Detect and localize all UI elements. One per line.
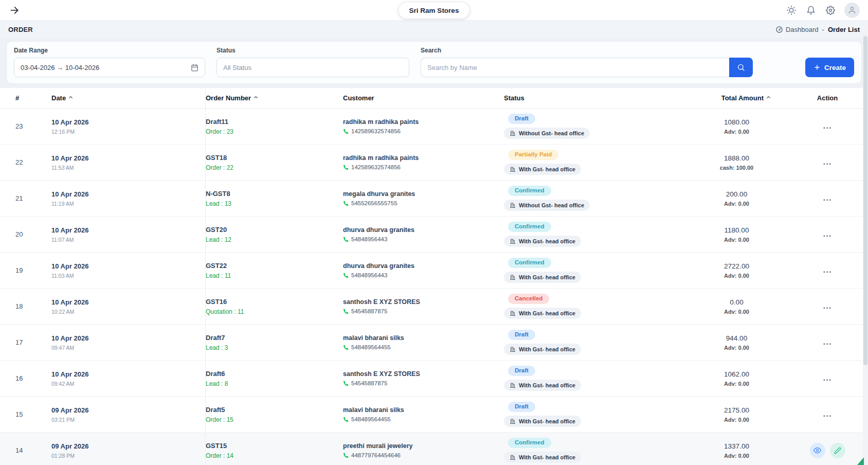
table-row[interactable]: 17 10 Apr 2026 09:47 AM Draft7 Lead : 3 … bbox=[0, 325, 868, 361]
gst-branch-label: With Gst- head office bbox=[519, 382, 575, 388]
profile-avatar[interactable] bbox=[844, 3, 860, 18]
table-row[interactable]: 18 10 Apr 2026 10:22 AM GST16 Quotation … bbox=[0, 289, 868, 325]
customer-phone: 54848956443 bbox=[351, 272, 387, 278]
order-reference: Lead : 3 bbox=[206, 344, 343, 351]
order-number: Draft5 bbox=[206, 406, 343, 414]
row-action-buttons bbox=[810, 443, 845, 458]
col-header-total-amount[interactable]: Total Amount bbox=[681, 88, 792, 108]
advance-amount: Adv: 0.00 bbox=[724, 417, 749, 423]
sort-chevron-up-icon[interactable] bbox=[68, 95, 74, 100]
row-actions-menu-icon[interactable]: ... bbox=[821, 409, 834, 419]
row-number: 19 bbox=[8, 253, 51, 288]
action-cell: ... bbox=[792, 433, 863, 465]
store-name-pill[interactable]: Sri Ram Stores bbox=[399, 3, 469, 19]
date-range-value: 03-04-2026 → 10-04-2026 bbox=[21, 64, 99, 71]
table-row[interactable]: 22 10 Apr 2026 11:53 AM GST18 Order : 22… bbox=[0, 145, 868, 181]
theme-sun-icon[interactable] bbox=[786, 5, 797, 16]
table-row[interactable]: 19 10 Apr 2026 11:03 AM GST22 Lead : 11 … bbox=[0, 253, 868, 289]
table-row[interactable]: 21 10 Apr 2026 11:19 AM N-GST8 Lead : 13… bbox=[0, 181, 868, 217]
view-eye-icon[interactable] bbox=[810, 443, 825, 458]
mouse-cursor bbox=[857, 457, 864, 465]
table-row[interactable]: 16 10 Apr 2026 09:42 AM Draft6 Lead : 8 … bbox=[0, 361, 868, 397]
status-select[interactable]: All Status bbox=[216, 58, 409, 77]
status-cell: Draft With Gst- head office bbox=[504, 361, 681, 396]
customer-phone: 548489564455 bbox=[351, 344, 391, 350]
table-row[interactable]: 23 10 Apr 2026 12:16 PM Draft11 Order : … bbox=[0, 109, 868, 145]
scrollbar-thumb[interactable] bbox=[863, 36, 867, 365]
search-field: Search bbox=[421, 47, 753, 77]
order-time: 01:28 PM bbox=[51, 453, 205, 459]
order-number: N-GST8 bbox=[206, 190, 343, 198]
col-header-date[interactable]: Date bbox=[51, 88, 206, 108]
total-amount: 2722.00 bbox=[724, 262, 749, 270]
amount-cell: 1062.00 Adv: 0.00 bbox=[681, 361, 792, 396]
notifications-bell-icon[interactable] bbox=[805, 5, 817, 16]
order-time: 03:21 PM bbox=[51, 417, 205, 423]
amount-cell: 1180.00 Adv: 0.00 bbox=[681, 217, 792, 252]
settings-gear-icon[interactable] bbox=[825, 5, 836, 16]
order-date: 10 Apr 2026 bbox=[51, 226, 205, 234]
phone-icon bbox=[343, 273, 349, 278]
gst-branch-pill: With Gst- head office bbox=[504, 416, 581, 427]
gst-branch-label: With Gst- head office bbox=[519, 274, 575, 280]
total-amount: 944.00 bbox=[726, 334, 747, 342]
order-number-cell: N-GST8 Lead : 13 bbox=[206, 181, 343, 216]
customer-phone: 548489564455 bbox=[351, 416, 391, 422]
customer-name: megala dhurva granites bbox=[343, 190, 504, 198]
row-number: 23 bbox=[8, 109, 51, 144]
breadcrumb-dashboard-link[interactable]: Dashboard bbox=[775, 26, 819, 33]
table-row[interactable]: 20 10 Apr 2026 11:07 AM GST20 Lead : 12 … bbox=[0, 217, 868, 253]
building-icon bbox=[510, 238, 516, 244]
table-row[interactable]: 14 09 Apr 2026 01:28 PM GST15 Order : 14… bbox=[0, 433, 868, 465]
table-row[interactable]: 15 09 Apr 2026 03:21 PM Draft5 Order : 1… bbox=[0, 397, 868, 433]
row-actions-menu-icon[interactable]: ... bbox=[821, 265, 834, 275]
customer-name: malavi bharani silks bbox=[343, 334, 504, 342]
row-actions-menu-icon[interactable]: ... bbox=[821, 121, 834, 131]
customer-cell: santhosh E XYZ STORES 54545887875 bbox=[343, 289, 504, 324]
customer-cell: preethi murali jewelery 448779764454646 bbox=[343, 433, 504, 465]
customer-phone: 142589632574856 bbox=[351, 164, 401, 170]
row-actions-menu-icon[interactable]: ... bbox=[821, 373, 834, 383]
dashboard-icon bbox=[775, 26, 783, 33]
order-time: 10:22 AM bbox=[51, 309, 205, 315]
status-badge: Confirmed bbox=[508, 258, 551, 268]
row-actions-menu-icon[interactable]: ... bbox=[821, 229, 834, 239]
order-time: 11:07 AM bbox=[51, 237, 205, 243]
date-range-input[interactable]: 03-04-2026 → 10-04-2026 bbox=[14, 58, 205, 77]
order-number: Draft11 bbox=[206, 118, 343, 126]
row-actions-menu-icon[interactable]: ... bbox=[821, 157, 834, 167]
status-cell: Confirmed Without Gst- head office bbox=[504, 181, 681, 216]
row-actions-menu-icon[interactable]: ... bbox=[821, 337, 834, 347]
total-amount: 1180.00 bbox=[725, 226, 749, 234]
total-amount: 1337.00 bbox=[724, 442, 749, 450]
order-time: 11:53 AM bbox=[51, 165, 205, 171]
order-number-cell: GST20 Lead : 12 bbox=[206, 217, 343, 252]
customer-phone: 54545887875 bbox=[351, 380, 387, 386]
create-button[interactable]: Create bbox=[805, 58, 854, 77]
customer-cell: dhurva dhurva granites 54848956443 bbox=[343, 253, 504, 288]
row-actions-menu-icon[interactable]: ... bbox=[821, 193, 834, 203]
row-actions-menu-icon[interactable]: ... bbox=[821, 301, 834, 311]
search-button[interactable] bbox=[729, 58, 753, 77]
building-icon bbox=[510, 166, 516, 172]
search-input[interactable] bbox=[421, 58, 729, 77]
customer-cell: radhika m radhika paints 142589632574856 bbox=[343, 109, 504, 144]
order-date-cell: 09 Apr 2026 01:28 PM bbox=[51, 433, 206, 465]
order-number-cell: Draft7 Lead : 3 bbox=[206, 325, 343, 360]
sidebar-toggle-arrow-icon[interactable] bbox=[8, 4, 21, 16]
vertical-scrollbar[interactable] bbox=[863, 24, 868, 465]
order-number: GST15 bbox=[206, 442, 343, 450]
customer-name: malavi bharani silks bbox=[343, 406, 504, 414]
edit-pencil-icon[interactable] bbox=[830, 443, 845, 458]
col-header-order-number[interactable]: Order Number bbox=[206, 88, 343, 108]
customer-name: radhika m radhika paints bbox=[343, 154, 504, 162]
status-badge: Cancelled bbox=[508, 294, 549, 304]
sort-chevron-up-icon[interactable] bbox=[766, 95, 771, 100]
status-field: Status All Status bbox=[216, 47, 409, 77]
status-cell: Cancelled With Gst- head office bbox=[504, 289, 681, 324]
date-range-label: Date Range bbox=[14, 47, 205, 54]
col-header-num: # bbox=[8, 88, 51, 108]
status-badge: Confirmed bbox=[508, 186, 551, 196]
order-date: 09 Apr 2026 bbox=[51, 442, 205, 450]
sort-chevron-up-icon[interactable] bbox=[253, 95, 259, 100]
